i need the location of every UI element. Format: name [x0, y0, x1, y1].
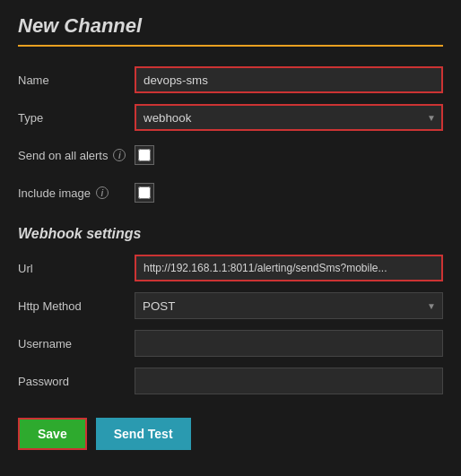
- main-container: New Channel Name Type webhook email slac…: [0, 0, 461, 464]
- send-on-all-alerts-info-icon[interactable]: i: [113, 149, 126, 161]
- name-input[interactable]: [135, 66, 443, 93]
- type-select[interactable]: webhook email slack pagerduty: [135, 104, 443, 131]
- include-image-label: Include image i: [18, 186, 135, 200]
- webhook-section-title: Webhook settings: [18, 226, 443, 242]
- type-select-wrapper: webhook email slack pagerduty ▼: [135, 104, 443, 131]
- webhook-settings-section: Webhook settings Url Http Method POST GE…: [18, 226, 443, 396]
- url-input[interactable]: [135, 255, 443, 281]
- send-on-all-alerts-checkbox[interactable]: [138, 149, 151, 161]
- password-row: Password: [18, 366, 443, 396]
- page-title: New Channel: [18, 14, 443, 47]
- footer-buttons: Save Send Test: [18, 418, 443, 450]
- include-image-row: Include image i: [18, 177, 443, 208]
- basic-form-section: Name Type webhook email slack pagerduty …: [18, 65, 443, 208]
- http-method-select[interactable]: POST GET PUT DELETE: [135, 292, 443, 319]
- username-label: Username: [18, 337, 135, 351]
- http-method-select-wrapper: POST GET PUT DELETE ▼: [135, 292, 443, 319]
- send-on-all-alerts-row: Send on all alerts i: [18, 140, 443, 170]
- password-label: Password: [18, 375, 135, 388]
- http-method-row: Http Method POST GET PUT DELETE ▼: [18, 290, 443, 321]
- username-row: Username: [18, 328, 443, 359]
- type-label: Type: [18, 111, 135, 125]
- type-row: Type webhook email slack pagerduty ▼: [18, 102, 443, 133]
- password-input[interactable]: [135, 368, 443, 394]
- url-row: Url: [18, 253, 443, 283]
- http-method-label: Http Method: [18, 299, 135, 313]
- url-label: Url: [18, 262, 135, 275]
- send-on-all-alerts-label: Send on all alerts i: [18, 149, 135, 162]
- include-image-checkbox[interactable]: [138, 186, 151, 199]
- send-test-button[interactable]: Send Test: [96, 418, 191, 450]
- username-input[interactable]: [135, 330, 443, 357]
- save-button[interactable]: Save: [18, 418, 87, 450]
- name-label: Name: [18, 74, 135, 87]
- include-image-info-icon[interactable]: i: [96, 186, 109, 199]
- send-on-all-alerts-checkbox-wrapper[interactable]: [135, 145, 154, 165]
- name-row: Name: [18, 65, 443, 95]
- include-image-checkbox-wrapper[interactable]: [135, 183, 154, 203]
